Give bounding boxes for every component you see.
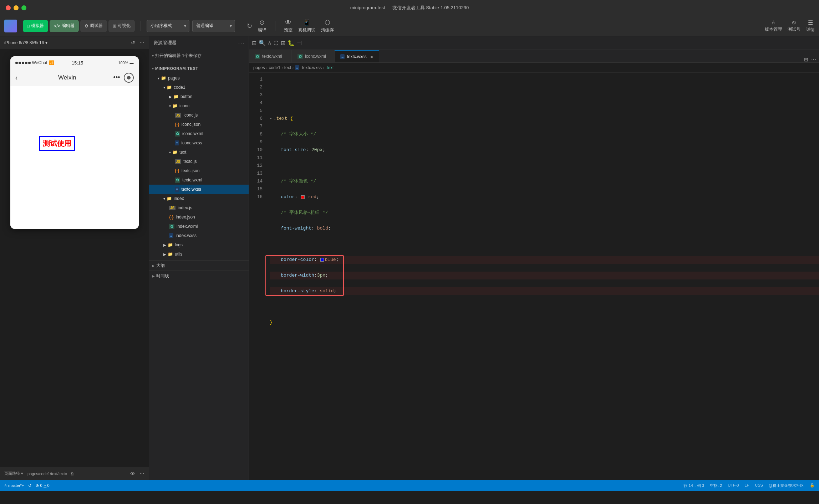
code-line-8: color: red; <box>270 193 819 201</box>
visual-btn[interactable]: ⊞ 可视化 <box>108 20 135 32</box>
folder-icon-logs: 📁 <box>168 242 173 247</box>
maximize-button[interactable] <box>21 5 26 10</box>
status-time: 15:15 <box>72 60 83 66</box>
record-button[interactable] <box>124 73 134 83</box>
code-line-16: } <box>270 319 819 326</box>
error-indicator[interactable]: ⊗ 0 △ 0 <box>36 483 49 488</box>
folder-code1[interactable]: ▾ 📁 code1 <box>149 83 249 92</box>
file-textc-wxss[interactable]: ≡ textc.wxss <box>149 185 249 194</box>
tab-textc-wxss[interactable]: ≡ textc.wxss ● <box>335 50 379 62</box>
editor-btn[interactable]: </> 编辑器 <box>50 20 78 32</box>
search-editor-icon[interactable]: 🔍 <box>259 40 266 46</box>
tab-close-btn[interactable]: ● <box>370 54 373 60</box>
file-tree-more-btn[interactable]: ⋯ <box>238 39 244 47</box>
folder-icon-utils: 📁 <box>168 252 173 257</box>
dots-menu[interactable]: ••• <box>113 74 120 81</box>
folder-logs[interactable]: ▶ 📁 logs <box>149 240 249 250</box>
code-line-13: border-width:3px; <box>270 272 819 279</box>
real-debug-btn[interactable]: 📱 真机调试 <box>298 19 315 33</box>
code-line-14: border-style: solid; <box>270 287 819 295</box>
window-controls <box>6 5 26 10</box>
folder-pages[interactable]: ▾ 📁 pages <box>149 73 249 83</box>
sync-editor-icon[interactable]: ⊞ <box>281 40 285 46</box>
test-btn[interactable]: ⎋ 测试号 <box>788 19 800 32</box>
fold-arrow[interactable]: ▾ <box>270 115 272 123</box>
device-selector[interactable]: iPhone 6/7/8 85% 16 ▾ <box>4 40 47 45</box>
file-iconc-js[interactable]: JS iconc.js <box>149 110 249 120</box>
file-iconc-wxml[interactable]: ✿ iconc.wxml <box>149 129 249 138</box>
file-index-json[interactable]: {·} index.json <box>149 212 249 222</box>
file-iconc-json[interactable]: {·} iconc.json <box>149 120 249 129</box>
file-textc-js[interactable]: JS textc.js <box>149 157 249 166</box>
code-editor[interactable]: 1 2 3 4 5 6 7 8 9 10 11 12 13 14 15 16 ▾… <box>249 73 819 480</box>
branch-indicator[interactable]: ⑃ master*+ <box>4 483 24 488</box>
simulator-bottom-bar: 页面路径 ▾ pages/code1/text/textc ⎘ 👁 ⋯ <box>0 467 149 480</box>
more-tabs-icon[interactable]: ⋯ <box>811 57 816 62</box>
folder-index[interactable]: ▾ 📁 index <box>149 194 249 203</box>
page-path-copy[interactable]: ⎘ <box>71 472 73 476</box>
tab-textc-wxml[interactable]: ✿ textc.wxml <box>249 50 292 62</box>
mode-dropdown[interactable]: 小程序模式 <box>147 20 189 32</box>
clear-cache-btn[interactable]: ⬡ 清缓存 <box>321 19 334 33</box>
sync-btn[interactable]: ↺ <box>28 483 31 488</box>
toolbar-separator-3 <box>275 21 275 31</box>
code-line-4: /* 字体大小 */ <box>270 130 819 138</box>
file-index-wxml[interactable]: ✿ index.wxml <box>149 222 249 231</box>
folder-utils[interactable]: ▶ 📁 utils <box>149 250 249 259</box>
refresh-btn[interactable]: ↻ <box>247 22 252 30</box>
file-iconc-wxss[interactable]: ≡ iconc.wxss <box>149 138 249 148</box>
split-editor-icon[interactable]: ⊟ <box>252 40 256 46</box>
project-header[interactable]: ▾ MINIPROGRAM-TEST <box>149 63 249 73</box>
folder-text[interactable]: ▾ 📁 text <box>149 148 249 157</box>
signal-dot <box>28 62 31 64</box>
git-editor-icon[interactable]: ⑃ <box>268 40 271 46</box>
window-title: miniprogram-test — 微信开发者工具 Stable 1.05.2… <box>350 5 469 11</box>
debugger-btn[interactable]: ⚙ 调试器 <box>80 20 107 32</box>
back-button[interactable]: ‹ <box>15 73 18 82</box>
code-line-5: font-size: 20px; <box>270 146 819 154</box>
file-textc-json[interactable]: {·} textc.json <box>149 166 249 175</box>
split-view-icon[interactable]: ⊟ <box>804 57 808 62</box>
wxml-file-icon3: ✿ <box>169 224 174 229</box>
breadcrumb-icon: ≡ <box>295 65 299 70</box>
wxss-file-icon: ≡ <box>175 140 179 145</box>
folder-button[interactable]: ▶ 📁 button <box>149 92 249 101</box>
toolbar-separator-2 <box>241 21 241 31</box>
text-arrow: ▾ <box>169 150 171 154</box>
outline-header[interactable]: ▶ 大纲 <box>149 261 249 271</box>
button-arrow: ▶ <box>169 95 172 99</box>
signal-dots <box>15 62 31 64</box>
debug-editor-icon[interactable]: 🐛 <box>288 40 295 46</box>
indent-editor-icon[interactable]: ⊣ <box>297 40 302 46</box>
js-file-icon2: JS <box>175 159 181 164</box>
compile-btn[interactable]: ⊙ 编译 <box>258 19 266 33</box>
version-btn[interactable]: ⑃ 版本管理 <box>765 19 782 32</box>
rotate-icon[interactable]: ↺ <box>131 40 135 46</box>
timeline-header[interactable]: ▶ 时间线 <box>149 271 249 281</box>
more2-icon[interactable]: ⋯ <box>139 471 144 477</box>
open-editors-header[interactable]: ▾ 打开的编辑器 1个未保存 <box>149 51 249 61</box>
copy-editor-icon[interactable]: ⬡ <box>274 40 279 46</box>
code-content[interactable]: ▾.text { /* 字体大小 */ font-size: 20px; /* … <box>267 73 819 480</box>
file-index-js[interactable]: JS index.js <box>149 203 249 212</box>
minimize-button[interactable] <box>14 5 19 10</box>
page-title: Weixin <box>21 74 113 81</box>
preview-btn[interactable]: 👁 预览 <box>284 19 292 33</box>
code-line-3: ▾.text { <box>270 115 819 123</box>
close-button[interactable] <box>6 5 11 10</box>
compile-dropdown[interactable]: 普通编译 <box>192 20 235 32</box>
project-section: ▾ MINIPROGRAM-TEST ▾ 📁 pages ▾ 📁 code1 ▶… <box>149 62 249 260</box>
folder-iconc[interactable]: ▾ 📁 iconc <box>149 101 249 110</box>
file-index-wxss[interactable]: ≡ index.wxss <box>149 231 249 240</box>
detail-btn[interactable]: ☰ 详情 <box>806 19 815 33</box>
phone2-icon: 📱 <box>303 19 311 26</box>
more-icon[interactable]: ⋯ <box>139 40 144 46</box>
tab-iconc-wxml[interactable]: ✿ iconc.wxml <box>292 50 335 62</box>
view-mode-buttons: □ 模拟器 </> 编辑器 ⚙ 调试器 ⊞ 可视化 <box>23 20 135 32</box>
eye2-icon[interactable]: 👁 <box>130 471 135 477</box>
compile-icon: ⊙ <box>259 19 265 26</box>
file-textc-wxml[interactable]: ✿ textc.wxml <box>149 175 249 185</box>
phone-simulator: WeChat 📶 15:15 100% ▬ ‹ Weixin ••• <box>10 56 139 229</box>
outline-arrow: ▶ <box>152 264 155 268</box>
simulator-btn[interactable]: □ 模拟器 <box>23 20 48 32</box>
